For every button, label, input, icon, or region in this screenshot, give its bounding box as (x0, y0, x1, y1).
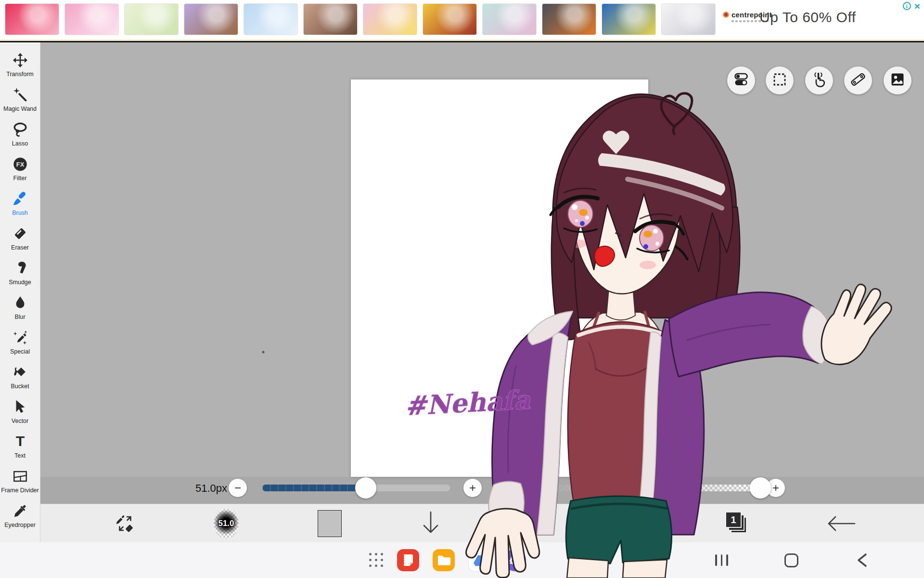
ad-info-icon[interactable]: i (903, 2, 911, 10)
lasso-icon (12, 121, 28, 140)
ad-product-blue-doll-box[interactable] (244, 3, 298, 35)
tool-brush[interactable]: Brush (0, 191, 40, 225)
back-button[interactable] (856, 553, 868, 569)
touch-icon (810, 71, 828, 90)
tool-label: Eraser (11, 244, 29, 251)
tool-eyedropper[interactable]: Eyedropper (0, 503, 40, 538)
brush-size-minus-button[interactable]: − (229, 479, 247, 497)
quick-settings-icon (732, 71, 750, 90)
notes-app-icon[interactable] (397, 549, 419, 571)
tool-eraser[interactable]: Eraser (0, 225, 40, 260)
smudge-icon (12, 260, 28, 278)
ad-product-play-doh-set[interactable] (602, 3, 656, 35)
tool-label: Text (14, 452, 26, 459)
filter-icon: FX (12, 156, 28, 174)
text-icon: T (12, 434, 28, 452)
tool-blur[interactable]: Blur (0, 295, 40, 329)
ad-product-toy-shopping-cart[interactable] (363, 3, 417, 35)
drive-app-icon[interactable] (469, 549, 491, 571)
folder-glyph-icon (437, 555, 450, 565)
tool-transform[interactable]: Transform (0, 52, 40, 87)
planet-glyph-icon (508, 553, 522, 567)
ad-close-icon[interactable]: × (914, 2, 920, 10)
ad-product-strip (5, 3, 716, 35)
bucket-icon (12, 364, 28, 382)
tool-label: Blur (14, 314, 25, 320)
tool-frame-divider[interactable]: Frame Divider (0, 468, 40, 503)
ad-product-craft-kit-box[interactable] (482, 3, 537, 35)
blur-icon (12, 295, 28, 313)
ibis-paint-screen: centrepoint Up To 60% Off i × TransformM… (0, 0, 924, 578)
layers-count-badge: 1 (725, 512, 742, 528)
top-divider (0, 41, 924, 42)
brush-preview-size: 51.0 (218, 519, 234, 528)
recent-apps-button[interactable] (715, 554, 728, 566)
ad-product-silver-bracelets[interactable] (661, 3, 716, 35)
tool-label: Transform (6, 71, 34, 78)
magic-wand-icon (12, 87, 28, 105)
brush-size-value: 51.0px (169, 482, 227, 495)
tool-special[interactable]: Special (0, 329, 40, 364)
eyedropper-icon (12, 503, 28, 521)
brush-eraser-swap-button[interactable] (114, 512, 136, 537)
brush-opacity-slider[interactable] (522, 485, 760, 491)
ad-product-plush-face-cushions[interactable] (184, 3, 238, 35)
ad-product-iron-man-egg[interactable] (423, 3, 477, 35)
app-drawer-button[interactable] (369, 553, 383, 567)
select-icon (771, 71, 788, 90)
my-files-app-icon[interactable] (433, 549, 455, 571)
tool-lasso[interactable]: Lasso (0, 121, 40, 156)
tool-label: Eyedropper (4, 522, 36, 528)
brush-opacity-thumb[interactable] (750, 477, 771, 499)
back-arrow-icon (825, 513, 857, 534)
internet-app-icon[interactable] (504, 549, 526, 571)
frame-divider-icon (12, 468, 28, 486)
tool-label: Smudge (9, 279, 31, 286)
undo-button[interactable] (825, 513, 857, 536)
drawing-canvas[interactable] (351, 79, 648, 477)
vector-icon (12, 399, 28, 417)
tool-label: Lasso (12, 140, 28, 147)
ruler-button[interactable] (844, 66, 872, 94)
ad-offer-text[interactable]: Up To 60% Off (759, 9, 856, 26)
tool-vector[interactable]: Vector (0, 399, 40, 434)
brush-eraser-swap-icon (114, 512, 136, 535)
layers-button[interactable]: 1 (725, 512, 749, 536)
tool-label: Frame Divider (1, 487, 39, 494)
android-nav-bar (0, 542, 924, 578)
ad-product-green-tank-top-model[interactable] (124, 3, 179, 35)
brush-preview-button[interactable]: 51.0 (214, 509, 239, 539)
brush-size-thumb[interactable] (355, 477, 376, 499)
material-icon (889, 71, 906, 90)
svg-text:T: T (15, 434, 25, 449)
eraser-icon (12, 225, 28, 244)
current-color-swatch[interactable] (318, 510, 342, 537)
svg-text:FX: FX (16, 161, 24, 168)
tool-text[interactable]: TText (0, 434, 40, 468)
tool-label: Magic Wand (3, 105, 37, 112)
brush-size-plus-button[interactable]: + (463, 479, 482, 497)
tool-bucket[interactable]: Bucket (0, 364, 40, 399)
home-button[interactable] (784, 553, 798, 567)
tool-magic-wand[interactable]: Magic Wand (0, 87, 40, 121)
centrepoint-logo-icon (723, 12, 729, 18)
ad-product-makeup-backpack-set[interactable] (64, 3, 119, 35)
tool-filter[interactable]: FXFilter (0, 156, 40, 191)
pull-down-button[interactable] (419, 510, 442, 537)
tool-sidebar: TransformMagic WandLassoFXFilterBrushEra… (0, 42, 40, 542)
ad-product-brow-makeup-closeup[interactable] (303, 3, 358, 35)
ruler-icon (849, 71, 867, 90)
quick-settings-button[interactable] (727, 66, 755, 94)
bottom-toolbar: 51.0 1 (0, 504, 924, 542)
ad-product-lip-balm-card[interactable] (5, 3, 59, 35)
tool-label: Special (10, 348, 30, 355)
material-button[interactable] (884, 66, 911, 94)
tool-smudge[interactable]: Smudge (0, 260, 40, 295)
ad-product-lego-space-rover[interactable] (542, 3, 596, 35)
down-arrow-icon (419, 510, 442, 535)
transform-icon (12, 52, 28, 70)
touch-button[interactable] (805, 66, 833, 94)
select-button[interactable] (766, 66, 794, 94)
tool-label: Vector (12, 418, 28, 424)
tool-label: Filter (13, 175, 27, 182)
